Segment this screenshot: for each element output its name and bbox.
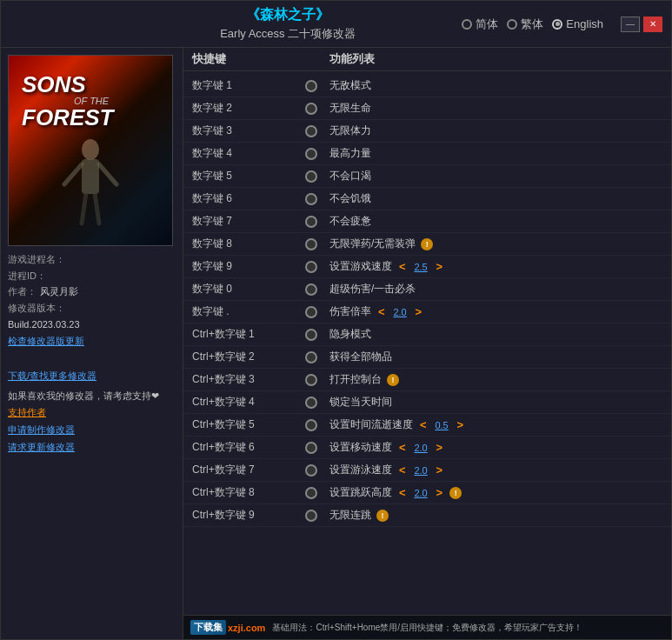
value-decrease-btn[interactable]: < xyxy=(397,441,408,454)
feature-text: 获得全部物品 xyxy=(329,350,392,364)
value-decrease-btn[interactable]: < xyxy=(397,463,408,477)
feature-cell: 设置游戏速度<2.5> xyxy=(329,259,662,274)
value-increase-btn[interactable]: > xyxy=(435,260,445,273)
game-title-forest: FOREST xyxy=(22,106,159,129)
radio-simplified[interactable] xyxy=(462,19,472,30)
toggle-cell xyxy=(305,510,329,522)
value-number[interactable]: 2.0 xyxy=(410,465,432,476)
feature-cell: 隐身模式 xyxy=(329,327,662,342)
value-number[interactable]: 2.5 xyxy=(410,262,432,272)
toggle-circle[interactable] xyxy=(305,351,317,363)
value-number[interactable]: 0.5 xyxy=(431,420,453,430)
cheat-row: 数字键 9设置游戏速度<2.5> xyxy=(183,256,671,278)
toggle-cell xyxy=(305,487,329,499)
version-row: 修改器版本： xyxy=(8,300,176,317)
game-title-sons: SONS xyxy=(22,73,159,96)
feature-text: 超级伤害/一击必杀 xyxy=(329,282,416,297)
bottom-text: 基础用法：Ctrl+Shift+Home禁用/启用快捷键；免费修改器，希望玩家广… xyxy=(272,622,582,634)
feature-cell: 设置跳跃高度<2.0>! xyxy=(329,485,662,500)
toggle-circle[interactable] xyxy=(305,216,317,228)
hotkey-cell: 数字键 3 xyxy=(192,123,305,138)
toggle-cell xyxy=(305,306,329,318)
minimize-button[interactable]: — xyxy=(621,17,640,32)
right-panel: 快捷键 功能列表 数字键 1无敌模式数字键 2无限生命数字键 3无限体力数字键 … xyxy=(183,48,671,639)
toggle-circle[interactable] xyxy=(305,103,317,115)
value-increase-btn[interactable]: > xyxy=(435,486,445,499)
value-decrease-btn[interactable]: < xyxy=(397,260,408,273)
lang-label-english: English xyxy=(566,17,603,30)
lang-option-traditional[interactable]: 繁体 xyxy=(507,17,543,32)
download-link[interactable]: 下载/查找更多修改器 xyxy=(8,368,176,384)
radio-traditional[interactable] xyxy=(507,19,517,30)
value-decrease-btn[interactable]: < xyxy=(397,486,408,499)
toggle-circle[interactable] xyxy=(305,442,317,454)
value-decrease-btn[interactable]: < xyxy=(376,305,387,318)
hotkey-cell: Ctrl+数字键 6 xyxy=(192,440,305,455)
feature-cell: 无敌模式 xyxy=(329,78,662,93)
value-number[interactable]: 2.0 xyxy=(389,307,411,317)
feature-cell: 不会口渴 xyxy=(329,169,662,183)
toggle-circle[interactable] xyxy=(305,397,317,409)
toggle-circle[interactable] xyxy=(305,487,317,499)
title-center: 《森林之子》 Early Access 二十项修改器 xyxy=(114,6,462,42)
value-number[interactable]: 2.0 xyxy=(410,443,432,453)
cheat-row: Ctrl+数字键 3打开控制台! xyxy=(183,369,671,391)
info-section: 游戏进程名： 进程ID： 作者： 风灵月影 修改器版本： Build.2023.… xyxy=(8,251,176,456)
toggle-circle[interactable] xyxy=(305,238,317,250)
col-feature-header: 功能列表 xyxy=(329,51,662,67)
toggle-circle[interactable] xyxy=(305,510,317,522)
feature-cell: 最高力量 xyxy=(329,146,662,161)
feature-text: 无限弹药/无需装弹 xyxy=(329,237,416,251)
toggle-circle[interactable] xyxy=(305,464,317,477)
cheat-row: Ctrl+数字键 1隐身模式 xyxy=(183,323,671,346)
toggle-cell xyxy=(305,216,329,228)
toggle-cell xyxy=(305,103,329,115)
hotkey-cell: 数字键 4 xyxy=(192,146,305,161)
feature-cell: 获得全部物品 xyxy=(329,350,662,364)
lang-option-simplified[interactable]: 简体 xyxy=(462,17,498,32)
value-control: <2.0> xyxy=(397,441,444,454)
toggle-circle[interactable] xyxy=(305,80,317,92)
feature-cell: 无限生命 xyxy=(329,101,662,116)
value-increase-btn[interactable]: > xyxy=(456,418,466,431)
toggle-circle[interactable] xyxy=(305,193,317,205)
svg-line-2 xyxy=(64,164,82,184)
support-author-link[interactable]: 支持作者 xyxy=(8,404,176,421)
request-trainer-link[interactable]: 申请制作修改器 xyxy=(8,422,176,438)
lang-label-simplified: 简体 xyxy=(476,17,498,32)
value-increase-btn[interactable]: > xyxy=(414,305,424,318)
value-increase-btn[interactable]: > xyxy=(435,441,445,454)
close-button[interactable]: ✕ xyxy=(643,17,662,32)
col-hotkey-header: 快捷键 xyxy=(192,51,305,67)
hotkey-cell: 数字键 8 xyxy=(192,237,305,251)
toggle-circle[interactable] xyxy=(305,148,317,160)
process-name-row: 游戏进程名： xyxy=(8,251,176,268)
lang-option-english[interactable]: English xyxy=(552,17,603,30)
toggle-circle[interactable] xyxy=(305,283,317,296)
toggle-circle[interactable] xyxy=(305,419,317,431)
feature-text: 无限连跳 xyxy=(329,508,371,523)
process-id-label: 进程ID： xyxy=(8,268,46,284)
toggle-circle[interactable] xyxy=(305,374,317,386)
toggle-circle[interactable] xyxy=(305,170,317,183)
toggle-circle[interactable] xyxy=(305,125,317,137)
author-value: 风灵月影 xyxy=(40,283,78,300)
version-value: Build.2023.03.23 xyxy=(8,317,80,333)
value-number[interactable]: 2.0 xyxy=(410,488,432,498)
hotkey-cell: 数字键 7 xyxy=(192,214,305,229)
feature-text: 不会饥饿 xyxy=(329,191,371,206)
value-increase-btn[interactable]: > xyxy=(435,463,445,477)
hotkey-cell: 数字键 2 xyxy=(192,101,305,116)
value-decrease-btn[interactable]: < xyxy=(418,418,429,431)
hotkey-cell: 数字键 9 xyxy=(192,259,305,274)
value-control: <2.0> xyxy=(397,486,444,499)
title-bar: 《森林之子》 Early Access 二十项修改器 简体 繁体 English… xyxy=(1,1,671,48)
toggle-circle[interactable] xyxy=(305,306,317,318)
toggle-circle[interactable] xyxy=(305,261,317,273)
feature-cell: 打开控制台! xyxy=(329,372,662,387)
request-update-link[interactable]: 请求更新修改器 xyxy=(8,439,176,456)
check-update-link[interactable]: 检查修改器版更新 xyxy=(8,333,176,350)
feature-cell: 无限弹药/无需装弹! xyxy=(329,237,662,251)
radio-english[interactable] xyxy=(552,19,562,30)
toggle-circle[interactable] xyxy=(305,329,317,341)
